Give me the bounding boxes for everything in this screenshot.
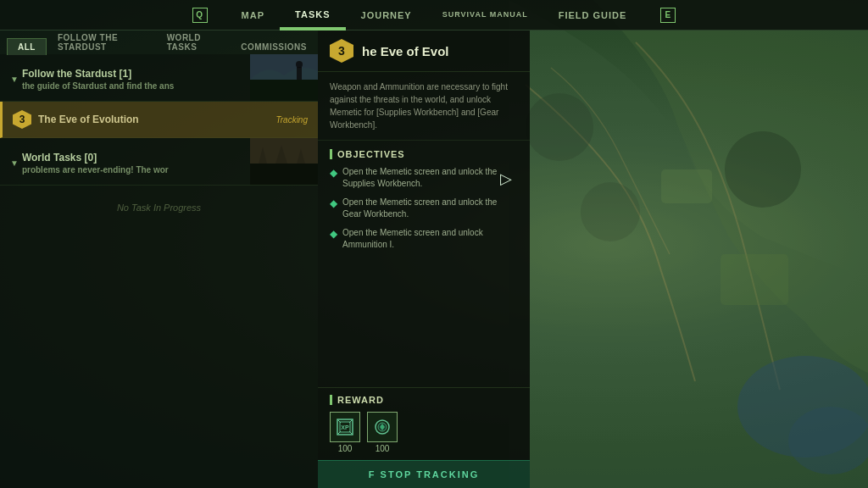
objective-diamond-3-icon: ◆	[330, 227, 337, 241]
currency-reward-icon	[367, 412, 398, 442]
xp-reward-amount: 100	[338, 444, 353, 453]
tab-world-tasks[interactable]: WORLD TASKS	[156, 29, 231, 55]
svg-point-5	[581, 182, 640, 241]
tab-commissions[interactable]: COMMISSIONS	[230, 38, 318, 55]
task-group-world: ▼ World Tasks [0] problems are never-end…	[0, 138, 318, 186]
task-description: Weapon and Ammunition are necessary to f…	[318, 72, 530, 141]
nav-map[interactable]: MAP	[226, 0, 280, 30]
tab-all[interactable]: ALL	[7, 38, 47, 55]
nav-e-key[interactable]: E	[642, 0, 694, 30]
objective-2: ◆ Open the Memetic screen and unlock the…	[330, 197, 518, 220]
q-key-icon: Q	[192, 8, 208, 23]
currency-reward-amount: 100	[376, 444, 390, 453]
reward-item-xp: XP 100	[330, 412, 360, 453]
svg-rect-10	[297, 67, 302, 80]
task-group-stardust-header[interactable]: ▼ Follow the Stardust [1] the guide of S…	[0, 54, 318, 101]
task-group-world-header[interactable]: ▼ World Tasks [0] problems are never-end…	[0, 138, 318, 185]
svg-point-6	[725, 131, 801, 208]
collapse-arrow-icon: ▼	[10, 75, 19, 84]
nav-q-key[interactable]: Q	[174, 0, 226, 30]
reward-section-title: REWARD	[330, 395, 518, 405]
task-active-dot	[0, 117, 1, 122]
task-group-stardust: ▼ Follow the Stardust [1] the guide of S…	[0, 54, 318, 102]
task-detail-header: 3 he Eve of Evol	[318, 30, 530, 72]
svg-rect-3	[721, 254, 788, 305]
e-key-icon: E	[660, 8, 676, 23]
svg-rect-8	[250, 80, 318, 101]
task-item-name: The Eve of Evolution	[38, 114, 269, 125]
reward-item-currency: 100	[367, 412, 398, 453]
nav-field-guide[interactable]: FIELD GUIDE	[543, 0, 643, 30]
task-group-thumbnail	[250, 54, 318, 101]
top-nav: Q MAP TASKS JOURNEY SURVIVAL MANUAL FIEL…	[0, 0, 868, 30]
task-tracking-label: Tracking	[275, 115, 308, 125]
nav-tasks[interactable]: TASKS	[280, 0, 345, 30]
svg-rect-13	[250, 164, 318, 185]
svg-rect-14	[250, 138, 318, 164]
nav-journey[interactable]: JOURNEY	[346, 0, 427, 30]
nav-survival-manual[interactable]: SURVIVAL MANUAL	[427, 0, 543, 30]
objectives-section-title: OBJECTIVES	[330, 149, 518, 159]
task-item-eve-of-evolution[interactable]: 3 The Eve of Evolution Tracking	[0, 102, 318, 138]
collapse-arrow-world-icon: ▼	[10, 158, 19, 168]
no-task-label: No Task In Progress	[0, 186, 318, 230]
svg-point-4	[526, 93, 593, 161]
objective-diamond-1-icon: ◆	[330, 166, 337, 180]
stop-tracking-button[interactable]: F STOP TRACKING	[318, 460, 530, 488]
svg-point-11	[296, 61, 303, 68]
tab-follow-stardust[interactable]: FOLLOW THE STARDUST	[47, 29, 156, 55]
svg-rect-9	[250, 54, 318, 80]
task-reward: REWARD XP 100	[318, 387, 530, 460]
xp-reward-icon: XP	[330, 412, 360, 442]
world-tasks-thumbnail	[250, 138, 318, 185]
detail-number-badge: 3	[330, 39, 353, 63]
task-detail-panel: 3 he Eve of Evol Weapon and Ammunition a…	[318, 30, 530, 488]
objective-1: ◆ Open the Memetic screen and unlock the…	[330, 166, 518, 190]
reward-items: XP 100 100	[330, 412, 518, 453]
left-panel: ▼ Follow the Stardust [1] the guide of S…	[0, 54, 318, 488]
svg-rect-2	[661, 169, 712, 203]
tab-bar: ALL FOLLOW THE STARDUST WORLD TASKS COMM…	[0, 30, 318, 54]
task-number-badge: 3	[13, 110, 31, 129]
task-objectives: OBJECTIVES ◆ Open the Memetic screen and…	[318, 141, 530, 387]
detail-title: he Eve of Evol	[362, 44, 449, 58]
svg-text:XP: XP	[341, 424, 349, 430]
objective-diamond-2-icon: ◆	[330, 197, 337, 211]
objective-3: ◆ Open the Memetic screen and unlock Amm…	[330, 227, 518, 251]
